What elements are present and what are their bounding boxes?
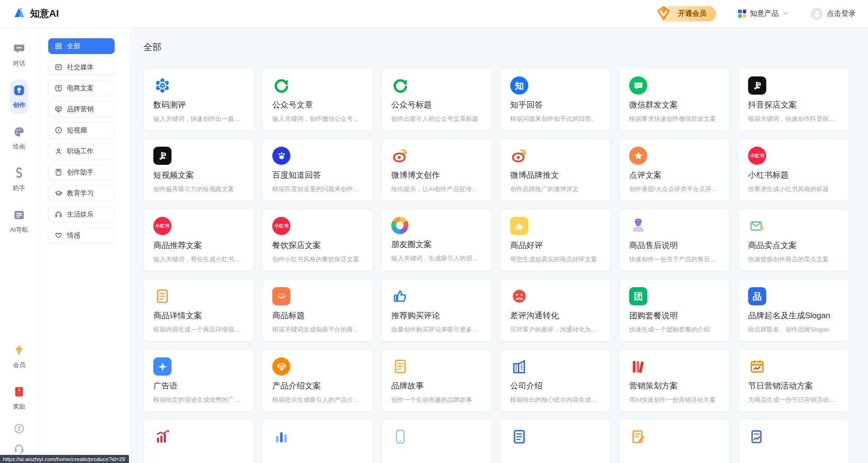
nav-item-helper[interactable]: 助手 — [10, 163, 28, 197]
nav-item-reward[interactable]: 奖励 — [10, 381, 28, 415]
card-desc: 创作一个生动有趣的品牌故事 — [391, 396, 482, 404]
moments-wheel-icon — [391, 217, 408, 234]
nav-item-create[interactable]: 创作 — [10, 80, 28, 114]
nav-item-draw[interactable]: 绘画 — [10, 121, 28, 155]
card-desc: 创作小红书风格的餐饮探店文案 — [272, 255, 363, 264]
card-节日营销活动方案[interactable]: 节日营销活动方案为商品生成一份节日营销活动方案 — [738, 349, 849, 412]
category-item-all[interactable]: 全部 — [48, 38, 115, 54]
card-partial-30[interactable] — [143, 420, 254, 463]
swirl-icon — [391, 76, 409, 95]
card-推荐购买评论[interactable]: 推荐购买评论批量创作购买评论来吸引更多人购买 — [381, 279, 492, 342]
card-微信群发文案[interactable]: 微信群发文案根据要求快速创作微信群发文案 — [619, 68, 730, 131]
category-item-5[interactable]: 职场工作 — [48, 143, 115, 159]
brand[interactable]: 知意AI — [12, 6, 59, 21]
category-label: 社交媒体 — [67, 63, 94, 72]
brand-title: 知意AI — [30, 7, 59, 20]
products-label: 知意产品 — [750, 9, 779, 18]
category-item-8[interactable]: 生活娱乐 — [48, 206, 115, 222]
person-icon — [629, 217, 647, 235]
card-百度知道回答[interactable]: 百度知道回答根据百度知道里的问题来创作答案 — [262, 139, 373, 201]
card-知乎回答[interactable]: 知知乎回答根据问题来创作知乎式的回答。 — [500, 68, 611, 131]
weibo-icon — [391, 147, 409, 165]
card-公众号标题[interactable]: 公众号标题创作出吸引人的公众号文章标题 — [381, 68, 492, 131]
tool-share-button[interactable] — [13, 423, 25, 436]
category-label: 全部 — [67, 42, 80, 51]
card-品牌起名及生成Slogan[interactable]: 品品牌起名及生成Slogan给品牌取名、创作品牌Slogan — [738, 279, 849, 342]
card-朋友圈文案[interactable]: 朋友圈文案输入关键词，生成吸引人的朋友圈... — [381, 209, 492, 271]
card-desc: 根据要求快速创作微信群发文案 — [629, 115, 720, 123]
star-icon — [629, 147, 647, 165]
nav-item-label: 奖励 — [13, 402, 25, 411]
card-partial-31[interactable] — [262, 420, 373, 463]
card-商品推荐文案[interactable]: 小红书商品推荐文案输入关键词，帮你生成小红书风格... — [143, 209, 254, 271]
card-desc: 输入关键词，快速创作出一篇数码... — [153, 115, 244, 123]
card-title: 小红书标题 — [748, 170, 839, 181]
card-公司介绍[interactable]: 公司介绍根据给出的核心提示内容生成公司... — [500, 349, 611, 412]
bars-icon — [272, 428, 290, 446]
card-数码测评[interactable]: 数码测评输入关键词，快速创作出一篇数码... — [143, 68, 254, 131]
card-商品详情文案[interactable]: 商品详情文案根据内容生成一个商品详情描述文案 — [143, 279, 254, 342]
nav-item-label: 绘画 — [13, 142, 25, 151]
category-item-7[interactable]: 教育学习 — [48, 185, 115, 201]
card-title: 商品好评 — [510, 240, 601, 251]
card-微博博文创作[interactable]: 微博博文创作给出提示，让AI创作产品宣传的微... — [381, 139, 492, 201]
note-icon — [153, 147, 171, 165]
card-desc: 根据内容生成一个商品详情描述文案 — [153, 325, 244, 334]
card-抖音探店文案[interactable]: 抖音探店文案根据关键词，快速创作抖音探店视... — [738, 68, 849, 131]
category-item-9[interactable]: 情感 — [48, 227, 115, 243]
nav-item-vip[interactable]: 会员 — [10, 340, 28, 374]
card-商品标题[interactable]: 商品标题根据关键词生成电商平台的商品标题 — [262, 279, 373, 342]
card-餐饮探店文案[interactable]: 小红书餐饮探店文案创作小红书风格的餐饮探店文案 — [262, 209, 373, 271]
card-短视频文案[interactable]: 短视频文案创作极具吸引力的短视频文案 — [143, 139, 254, 201]
card-title: 品牌故事 — [391, 380, 482, 391]
nav-item-ai-nav[interactable]: AI导航 — [7, 205, 31, 238]
card-partial-35[interactable] — [738, 420, 849, 463]
category-item-2[interactable]: 电商文案 — [48, 80, 115, 96]
logo-text-icon: 知 — [510, 76, 528, 95]
login-button[interactable]: 点击登录 — [811, 8, 856, 20]
card-desc: 根据给出的核心提示内容生成公司... — [510, 396, 601, 404]
card-title: 品牌起名及生成Slogan — [748, 310, 839, 321]
card-title: 数码测评 — [153, 99, 244, 110]
card-title: 知乎回答 — [510, 99, 601, 110]
category-item-4[interactable]: 短视频 — [48, 122, 115, 138]
products-menu[interactable]: 知意产品 — [738, 9, 789, 18]
card-商品售后说明[interactable]: 商品售后说明快速创作一份关于产品的售后说明 — [619, 209, 730, 271]
card-品牌故事[interactable]: 品牌故事创作一个生动有趣的品牌故事 — [381, 349, 492, 412]
card-商品好评[interactable]: 商品好评帮您生成超真实的商品好评文案 — [500, 209, 611, 271]
card-差评沟通转化[interactable]: 差评沟通转化应对客户的差评，沟通转化为好评 — [500, 279, 611, 342]
category-item-3[interactable]: 品牌营销 — [48, 101, 115, 117]
sparkle-icon — [153, 357, 171, 376]
card-点评文案[interactable]: 点评文案创作美团/大众点评类平台点评文案 — [619, 139, 730, 201]
smile-icon — [272, 287, 290, 305]
card-desc: 根据百度知道里的问题来创作答案 — [272, 185, 363, 194]
card-广告语[interactable]: 广告语根据给定的描述生成优秀的广告语 — [143, 349, 254, 412]
card-营销策划方案[interactable]: 营销策划方案用AI快速创作一份营销活动方案 — [619, 349, 730, 412]
card-desc: 创作美团/大众点评类平台点评文案 — [629, 185, 720, 194]
nav-item-label: 对话 — [13, 59, 25, 68]
card-微博品牌推文[interactable]: 微博品牌推文创作品牌推广的微博博文 — [500, 139, 611, 201]
page-title: 全部 — [143, 41, 868, 54]
gold-diamond-icon — [13, 344, 25, 358]
nav-item-chat[interactable]: 对话 — [10, 38, 28, 72]
nav-item-label: 会员 — [13, 361, 25, 369]
card-公众号文章[interactable]: 公众号文章输入关键词，创作微信公众号风格... — [262, 68, 373, 131]
card-desc: 帮您生成超真实的商品好评文案 — [510, 255, 601, 264]
category-label: 电商文案 — [67, 84, 94, 93]
card-partial-33[interactable] — [500, 420, 611, 463]
tool-support-button[interactable] — [13, 443, 25, 456]
gem-icon — [272, 357, 290, 376]
card-partial-34[interactable] — [619, 420, 730, 463]
card-title: 产品介绍文案 — [272, 380, 363, 391]
card-partial-32[interactable] — [381, 420, 492, 463]
category-item-1[interactable]: 社交媒体 — [48, 59, 115, 75]
card-产品介绍文案[interactable]: 产品介绍文案根据提示生成吸引人的产品介绍文案 — [262, 349, 373, 412]
card-desc: 输入关键词，生成吸引人的朋友圈... — [391, 254, 482, 263]
card-团购套餐说明[interactable]: 团团购套餐说明快速生成一个团购套餐的介绍 — [619, 279, 730, 342]
grid-icon — [54, 42, 63, 50]
card-商品卖点文案[interactable]: 商品卖点文案快速提炼创作商品的卖点文案 — [738, 209, 849, 271]
card-小红书标题[interactable]: 小红书小红书标题按要求生成小红书风格的标题 — [738, 139, 849, 201]
open-membership-button[interactable]: 开通会员 — [661, 6, 716, 22]
category-item-6[interactable]: 创作助手 — [48, 164, 115, 180]
grad-cap-icon — [54, 189, 63, 197]
